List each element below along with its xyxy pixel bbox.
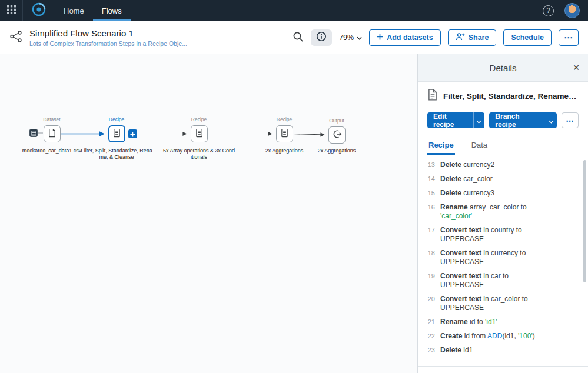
edit-recipe-caret-button[interactable] xyxy=(473,112,485,128)
info-icon xyxy=(316,31,327,44)
branch-recipe-caret-button[interactable] xyxy=(546,112,557,128)
step-text: Convert text in country to UPPERCASE xyxy=(440,226,545,244)
step-number: 19 xyxy=(418,272,440,289)
help-icon[interactable]: ? xyxy=(543,5,554,16)
details-buttons: Edit recipe Branch recipe ⋯ xyxy=(418,108,588,135)
edit-recipe-split-button: Edit recipe xyxy=(427,112,484,128)
search-button[interactable] xyxy=(293,31,304,44)
node-dataset[interactable] xyxy=(44,125,61,142)
add-node-button[interactable] xyxy=(128,129,137,138)
schedule-button[interactable]: Schedule xyxy=(503,29,552,46)
details-title: Details xyxy=(490,63,517,73)
node-output[interactable] xyxy=(328,126,346,144)
branch-recipe-button[interactable]: Branch recipe xyxy=(489,112,545,128)
details-item: Filter, Split, Standardize, Rename, & Cl… xyxy=(418,82,588,108)
node-label: Filter, Split, Standardize, Rename, & Cl… xyxy=(80,148,153,161)
step-text: Delete currency3 xyxy=(440,189,494,198)
search-icon xyxy=(293,31,304,44)
step-number: 20 xyxy=(418,295,440,312)
recipe-step-row[interactable]: 23Delete id1 xyxy=(418,343,588,357)
node-label: 5x Array operations & 3x Conditionals xyxy=(162,148,235,161)
flow-icon xyxy=(9,30,22,45)
tab-data[interactable]: Data xyxy=(470,135,489,155)
recipe-step-row[interactable]: 16Rename array_car_color to 'car_color' xyxy=(418,200,588,223)
flow-titles: Simplified Flow Scenario 1 Lots of Compl… xyxy=(29,28,187,47)
recipe-step-row[interactable]: 21Rename id to 'id1' xyxy=(418,315,588,329)
node-type-label: Recipe xyxy=(255,116,314,122)
flow-canvas[interactable]: Dataset mockaroo_car_data1.csv Recipe Fi… xyxy=(0,54,417,373)
branch-recipe-split-button: Branch recipe xyxy=(489,112,557,128)
recipe-step-row[interactable]: 15Delete currency3 xyxy=(418,186,588,200)
header-actions: 79% Add datasets Share Schedule ⋯ xyxy=(293,29,579,46)
topbar: Home Flows ? xyxy=(0,0,588,21)
step-text: Delete id1 xyxy=(440,346,473,355)
node-label: 2x Aggregations xyxy=(300,148,373,154)
info-button[interactable] xyxy=(311,29,332,46)
step-number: 16 xyxy=(418,203,440,221)
scrollbar[interactable] xyxy=(583,160,586,282)
recipe-step-row[interactable]: 18Convert text in currency to UPPERCASE xyxy=(418,246,588,269)
step-text: Create id from ADD(id1, '100') xyxy=(440,332,535,341)
share-label: Share xyxy=(469,34,489,42)
step-text: Convert text in currency to UPPERCASE xyxy=(440,249,545,267)
recipe-step-row[interactable]: 20Convert text in car_color to UPPERCASE xyxy=(418,292,588,315)
step-number: 18 xyxy=(418,249,440,267)
node-label: mockaroo_car_data1.csv xyxy=(15,148,88,154)
details-tabs: Recipe Data xyxy=(418,135,588,155)
logo-icon xyxy=(31,2,46,19)
recipe-step-row[interactable]: 19Convert text in car to UPPERCASE xyxy=(418,269,588,292)
flow-header: Simplified Flow Scenario 1 Lots of Compl… xyxy=(0,21,588,54)
tab-recipe[interactable]: Recipe xyxy=(427,135,455,155)
app-launcher-button[interactable] xyxy=(0,0,22,21)
details-more-button[interactable]: ⋯ xyxy=(562,112,579,128)
step-text: Rename array_car_color to 'car_color' xyxy=(440,203,545,221)
step-number: 23 xyxy=(418,346,440,355)
recipe-steps-list: 13Delete currency214Delete car_color15De… xyxy=(418,155,588,367)
step-number: 15 xyxy=(418,189,440,198)
node-type-label: Recipe xyxy=(170,116,228,122)
step-number: 22 xyxy=(418,332,440,341)
plus-icon xyxy=(130,129,135,139)
node-type-label: Output xyxy=(307,118,366,124)
step-text: Rename id to 'id1' xyxy=(440,318,497,327)
details-item-title: Filter, Split, Standardize, Rename, & Cl… xyxy=(443,92,579,101)
step-text: Convert text in car to UPPERCASE xyxy=(440,272,545,289)
plus-icon xyxy=(377,34,383,42)
step-text: Delete car_color xyxy=(440,175,493,184)
step-number: 21 xyxy=(418,318,440,327)
output-icon xyxy=(333,129,342,141)
step-number: 17 xyxy=(418,226,440,244)
details-header: Details ✕ xyxy=(418,54,588,82)
node-recipe-3[interactable] xyxy=(276,125,293,142)
node-recipe-2[interactable] xyxy=(191,125,208,142)
zoom-level: 79% xyxy=(339,34,354,42)
node-recipe-1[interactable] xyxy=(108,125,125,142)
recipe-step-row[interactable]: 14Delete car_color xyxy=(418,172,588,186)
recipe-step-row[interactable]: 13Delete currency2 xyxy=(418,158,588,172)
page-subtitle: Lots of Complex Transformation Steps in … xyxy=(29,40,187,47)
step-text: Convert text in car_color to UPPERCASE xyxy=(440,295,545,312)
nav-home[interactable]: Home xyxy=(55,0,93,21)
dataset-file-icon xyxy=(48,128,57,140)
recipe-icon xyxy=(112,128,121,140)
zoom-control[interactable]: 79% xyxy=(339,34,362,42)
recipe-icon xyxy=(195,128,204,140)
add-datasets-button[interactable]: Add datasets xyxy=(369,29,441,46)
share-button[interactable]: Share xyxy=(448,29,497,46)
topbar-right: ? xyxy=(543,0,588,21)
header-more-button[interactable]: ⋯ xyxy=(559,29,579,46)
imported-dataset-icon[interactable] xyxy=(29,129,38,137)
schedule-label: Schedule xyxy=(511,34,544,42)
avatar[interactable] xyxy=(564,3,580,18)
chevron-down-icon xyxy=(549,115,554,126)
recipe-step-row[interactable]: 22Create id from ADD(id1, '100') xyxy=(418,329,588,343)
primary-nav: Home Flows xyxy=(55,0,131,21)
step-number: 13 xyxy=(418,161,440,169)
brand-logo[interactable] xyxy=(23,0,55,21)
edit-recipe-button[interactable]: Edit recipe xyxy=(427,112,473,128)
recipe-step-row[interactable]: 17Convert text in country to UPPERCASE xyxy=(418,223,588,246)
document-icon xyxy=(427,89,438,103)
nav-flows[interactable]: Flows xyxy=(93,0,131,21)
close-icon[interactable]: ✕ xyxy=(573,63,580,72)
step-text: Delete currency2 xyxy=(440,161,494,169)
